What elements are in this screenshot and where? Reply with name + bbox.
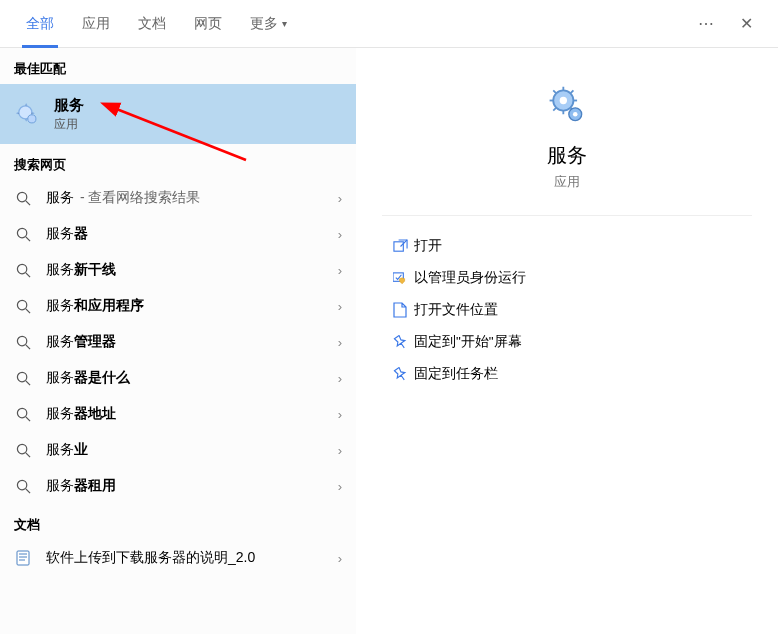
- chevron-right-icon: ›: [338, 443, 342, 458]
- web-result-item[interactable]: 服务器›: [0, 216, 356, 252]
- web-result-item[interactable]: 服务业›: [0, 432, 356, 468]
- web-result-text: 服务器地址: [46, 405, 338, 423]
- section-docs-title: 文档: [0, 504, 356, 540]
- web-result-text: 服务新干线: [46, 261, 338, 279]
- tab-web[interactable]: 网页: [180, 0, 236, 48]
- svg-line-11: [25, 344, 29, 348]
- best-match-subtitle: 应用: [54, 116, 84, 133]
- tab-more-label: 更多: [250, 15, 278, 33]
- svg-line-7: [25, 272, 29, 276]
- action-run-admin[interactable]: 以管理员身份运行: [382, 262, 752, 294]
- chevron-right-icon: ›: [338, 479, 342, 494]
- chevron-right-icon: ›: [338, 299, 342, 314]
- close-button[interactable]: ✕: [726, 4, 766, 44]
- document-icon: [14, 550, 32, 566]
- web-result-item[interactable]: 服务 - 查看网络搜索结果›: [0, 180, 356, 216]
- services-icon-large: [545, 84, 589, 128]
- action-open-location[interactable]: 打开文件位置: [382, 294, 752, 326]
- open-icon: [386, 239, 414, 254]
- action-pin-start[interactable]: 固定到"开始"屏幕: [382, 326, 752, 358]
- action-open-location-label: 打开文件位置: [414, 301, 498, 319]
- svg-line-9: [25, 308, 29, 312]
- search-icon: [14, 407, 32, 422]
- svg-line-3: [25, 200, 29, 204]
- tab-apps[interactable]: 应用: [68, 0, 124, 48]
- chevron-down-icon: ▾: [282, 18, 287, 29]
- svg-point-33: [560, 97, 567, 104]
- preview-title: 服务: [382, 142, 752, 169]
- tab-web-label: 网页: [194, 15, 222, 33]
- chevron-right-icon: ›: [338, 407, 342, 422]
- section-best-match-title: 最佳匹配: [0, 48, 356, 84]
- svg-point-6: [17, 264, 26, 273]
- web-result-item[interactable]: 服务和应用程序›: [0, 288, 356, 324]
- tab-docs[interactable]: 文档: [124, 0, 180, 48]
- services-icon: [14, 101, 40, 127]
- shield-run-icon: [386, 271, 414, 286]
- chevron-right-icon: ›: [338, 551, 342, 566]
- search-icon: [14, 263, 32, 278]
- svg-rect-36: [393, 241, 402, 250]
- action-run-admin-label: 以管理员身份运行: [414, 269, 526, 287]
- svg-point-18: [17, 480, 26, 489]
- search-icon: [14, 299, 32, 314]
- web-result-item[interactable]: 服务器地址›: [0, 396, 356, 432]
- search-icon: [14, 335, 32, 350]
- web-result-text: 服务器是什么: [46, 369, 338, 387]
- svg-line-29: [553, 90, 556, 93]
- tab-all[interactable]: 全部: [12, 0, 68, 48]
- doc-result-text: 软件上传到下载服务器的说明_2.0: [46, 549, 338, 567]
- chevron-right-icon: ›: [338, 227, 342, 242]
- svg-line-19: [25, 488, 29, 492]
- section-web-title: 搜索网页: [0, 144, 356, 180]
- action-pin-taskbar-label: 固定到任务栏: [414, 365, 498, 383]
- svg-point-16: [17, 444, 26, 453]
- action-open-label: 打开: [414, 237, 442, 255]
- search-icon: [14, 371, 32, 386]
- svg-point-10: [17, 336, 26, 345]
- search-icon: [14, 479, 32, 494]
- chevron-right-icon: ›: [338, 263, 342, 278]
- svg-point-12: [17, 372, 26, 381]
- tab-more[interactable]: 更多▾: [236, 0, 301, 48]
- search-icon: [14, 443, 32, 458]
- preview-subtitle: 应用: [382, 173, 752, 191]
- more-options-button[interactable]: ⋯: [686, 4, 726, 44]
- svg-line-13: [25, 380, 29, 384]
- ellipsis-icon: ⋯: [698, 14, 714, 33]
- file-location-icon: [386, 302, 414, 318]
- chevron-right-icon: ›: [338, 371, 342, 386]
- preview-panel: 服务 应用 打开 以管理员身份运行 打开文件位置 固定到"开始"屏幕: [356, 48, 778, 634]
- search-icon: [14, 227, 32, 242]
- web-result-text: 服务器: [46, 225, 338, 243]
- web-result-item[interactable]: 服务管理器›: [0, 324, 356, 360]
- chevron-right-icon: ›: [338, 191, 342, 206]
- svg-point-8: [17, 300, 26, 309]
- pin-icon: [386, 335, 414, 350]
- web-result-item[interactable]: 服务器租用›: [0, 468, 356, 504]
- svg-line-15: [25, 416, 29, 420]
- chevron-right-icon: ›: [338, 335, 342, 350]
- web-result-text: 服务器租用: [46, 477, 338, 495]
- svg-point-4: [17, 228, 26, 237]
- action-pin-taskbar[interactable]: 固定到任务栏: [382, 358, 752, 390]
- best-match-item[interactable]: 服务 应用: [0, 84, 356, 144]
- web-result-item[interactable]: 服务新干线›: [0, 252, 356, 288]
- web-result-item[interactable]: 服务器是什么›: [0, 360, 356, 396]
- doc-result-item[interactable]: 软件上传到下载服务器的说明_2.0›: [0, 540, 356, 576]
- web-result-text: 服务业: [46, 441, 338, 459]
- results-panel: 最佳匹配 服务 应用 搜索网页 服务 - 查看网络搜索结果›服务器›服务新干线›…: [0, 48, 356, 634]
- web-result-text: 服务管理器: [46, 333, 338, 351]
- svg-point-1: [28, 115, 36, 123]
- tab-all-label: 全部: [26, 15, 54, 33]
- web-result-text: 服务 - 查看网络搜索结果: [46, 189, 338, 207]
- tab-bar: 全部 应用 文档 网页 更多▾ ⋯ ✕: [0, 0, 778, 48]
- svg-line-5: [25, 236, 29, 240]
- svg-line-17: [25, 452, 29, 456]
- svg-point-2: [17, 192, 26, 201]
- svg-line-31: [571, 90, 574, 93]
- action-open[interactable]: 打开: [382, 230, 752, 262]
- close-icon: ✕: [740, 14, 753, 33]
- web-result-text: 服务和应用程序: [46, 297, 338, 315]
- pin-icon: [386, 367, 414, 382]
